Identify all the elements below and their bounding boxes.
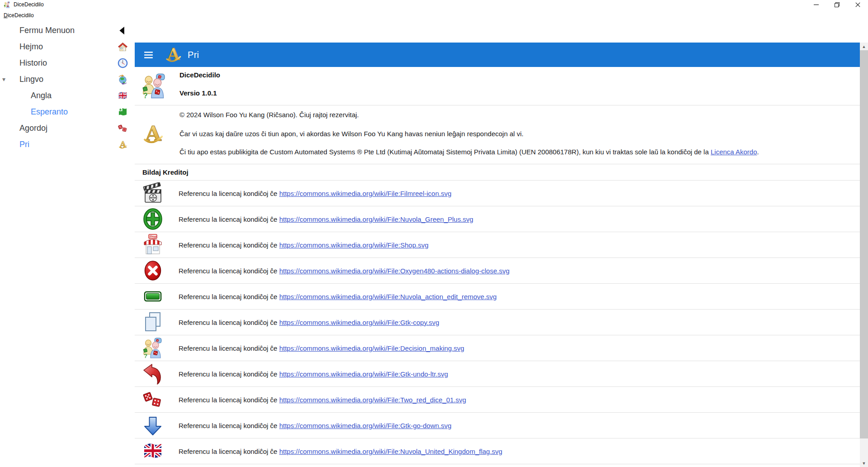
sidebar-item-label: Esperanto	[31, 107, 68, 117]
disclaimer-text: Ĉar vi uzas kaj daŭre uzos ĉi tiun apon,…	[179, 130, 524, 138]
home-icon	[116, 40, 129, 53]
svg-text:Shop: Shop	[149, 235, 156, 238]
app-header: A Pri	[135, 43, 860, 67]
sidebar-item-label: Hejmo	[19, 42, 43, 52]
window-controls	[806, 0, 868, 9]
sidebar-item[interactable]: ▾ Hejmo	[0, 38, 135, 55]
credit-link[interactable]: https://commons.wikimedia.org/wiki/File:…	[279, 241, 429, 249]
copy-pages-icon	[141, 310, 165, 334]
chevron-down-icon[interactable]: ▾	[2, 76, 5, 82]
credit-link[interactable]: https://commons.wikimedia.org/wiki/File:…	[279, 319, 439, 326]
credit-text-prefix: Referencu la licencaj kondiĉoj ĉe	[179, 267, 279, 275]
film-clapper-icon	[141, 181, 165, 205]
sidebar-item[interactable]: ▾ Pri A	[0, 136, 135, 152]
gold-a-logo: A	[164, 45, 183, 64]
credit-text-prefix: Referencu la licencaj kondiĉoj ĉe	[179, 190, 279, 197]
scrollbar-thumb[interactable]	[860, 50, 868, 438]
restore-button[interactable]	[826, 0, 847, 9]
sidebar-item[interactable]: ▾ Fermu Menuon	[0, 22, 135, 38]
vertical-scrollbar[interactable]: ▲ ▼	[860, 43, 868, 467]
red-close-icon	[141, 259, 165, 282]
red-dice-icon	[141, 388, 165, 411]
credit-link[interactable]: https://commons.wikimedia.org/wiki/File:…	[279, 344, 464, 352]
green-remove-icon	[141, 285, 165, 308]
history-clock-icon	[116, 56, 129, 70]
credit-text-prefix: Referencu la licencaj kondiĉoj ĉe	[179, 319, 279, 326]
scroll-down-icon[interactable]: ▼	[860, 459, 868, 467]
credit-link[interactable]: https://commons.wikimedia.org/wiki/File:…	[279, 422, 452, 429]
app-window-icon: ?	[4, 1, 10, 8]
sidebar-item-label: Angla	[31, 91, 52, 100]
esperanto-flag-icon	[141, 465, 165, 467]
minimize-button[interactable]	[806, 0, 826, 9]
credit-text: Referencu la licencaj kondiĉoj ĉe https:…	[179, 215, 473, 223]
credit-text-prefix: Referencu la licencaj kondiĉoj ĉe	[179, 215, 279, 223]
credit-text: Referencu la licencaj kondiĉoj ĉe https:…	[179, 319, 439, 326]
menu-dicedecidilo[interactable]: DiceDecidilo	[3, 12, 36, 21]
credit-link[interactable]: https://commons.wikimedia.org/wiki/File:…	[279, 267, 509, 275]
credit-text-prefix: Referencu la licencaj kondiĉoj ĉe	[179, 448, 279, 455]
credit-text-prefix: Referencu la licencaj kondiĉoj ĉe	[179, 344, 279, 352]
credit-row: Referencu la licencaj kondiĉoj ĉe https:…	[135, 386, 860, 412]
credit-row: Shop Referencu la licencaj kondiĉoj ĉe h…	[135, 232, 860, 257]
sidebar-item[interactable]: ▾ Agordoj	[0, 120, 135, 136]
restore-icon	[835, 2, 840, 7]
credit-link[interactable]: https://commons.wikimedia.org/wiki/File:…	[279, 190, 452, 197]
credit-row: Referencu la licencaj kondiĉoj ĉe https:…	[135, 180, 860, 206]
publisher-text-suffix: .	[757, 148, 759, 156]
credit-text: Referencu la licencaj kondiĉoj ĉe https:…	[179, 190, 452, 197]
titlebar: ? DiceDecidilo	[0, 0, 868, 9]
uk-flag-icon	[116, 89, 129, 102]
credit-row: Referencu la licencaj kondiĉoj ĉe https:…	[135, 257, 860, 283]
collapse-arrow-icon	[116, 24, 129, 37]
svg-text:?: ?	[144, 353, 147, 359]
sidebar-item[interactable]: ▾ Esperanto	[0, 104, 135, 120]
decision-making-icon: ?	[141, 73, 167, 101]
credit-link[interactable]: https://commons.wikimedia.org/wiki/File:…	[279, 448, 503, 455]
credit-text: Referencu la licencaj kondiĉoj ĉe https:…	[179, 267, 509, 275]
shop-icon: Shop	[141, 233, 165, 257]
credit-text: Referencu la licencaj kondiĉoj ĉe https:…	[179, 422, 452, 429]
sidebar-item-label: Fermu Menuon	[19, 26, 75, 35]
sidebar-item[interactable]: ▾ Angla	[0, 87, 135, 104]
credit-text-prefix: Referencu la licencaj kondiĉoj ĉe	[179, 396, 279, 404]
sidebar-item[interactable]: ▾ Historio	[0, 55, 135, 71]
legal-row: © 2024 Wilson Foo Yu Kang (Riĉsano). Ĉiu…	[135, 105, 860, 164]
sidebar: ▾ Fermu Menuon ▾ Hejmo ▾ Historio ▾ Ling…	[0, 21, 135, 467]
license-agreement-link[interactable]: Licenca Akordo	[711, 148, 757, 156]
sidebar-item-label: Historio	[19, 58, 47, 68]
credit-link[interactable]: https://commons.wikimedia.org/wiki/File:…	[279, 215, 473, 223]
credit-row: Referencu la licencaj kondiĉoj ĉe https:…	[135, 361, 860, 386]
hamburger-menu-icon[interactable]	[142, 49, 154, 61]
language-globe-icon	[116, 72, 129, 86]
app-version: Versio 1.0.1	[179, 89, 217, 97]
credit-link[interactable]: https://commons.wikimedia.org/wiki/File:…	[279, 370, 448, 378]
credit-link[interactable]: https://commons.wikimedia.org/wiki/File:…	[279, 396, 467, 404]
credits-heading: Bildaj Kreditoj	[135, 164, 860, 180]
app-name: DiceDecidilo	[179, 71, 220, 79]
credit-text: Referencu la licencaj kondiĉoj ĉe https:…	[179, 396, 466, 404]
credit-text: Referencu la licencaj kondiĉoj ĉe https:…	[179, 370, 448, 378]
credit-row: Referencu la licencaj kondiĉoj ĉe https:…	[135, 464, 860, 467]
credit-text-prefix: Referencu la licencaj kondiĉoj ĉe	[179, 293, 279, 300]
close-button[interactable]	[847, 0, 868, 9]
credit-row: Referencu la licencaj kondiĉoj ĉe https:…	[135, 309, 860, 335]
undo-arrow-icon	[141, 362, 165, 386]
credit-text: Referencu la licencaj kondiĉoj ĉe https:…	[179, 241, 429, 249]
credit-text: Referencu la licencaj kondiĉoj ĉe https:…	[179, 344, 464, 352]
publisher-text: Ĉi tiu apo estas publikigita de Custom A…	[179, 148, 759, 156]
about-app-row: ? DiceDecidilo Versio 1.0.1	[135, 67, 860, 105]
gold-a-icon: A	[116, 138, 129, 151]
main-panel: A Pri ? DiceDecidilo Versio 1.0.1 © 2024…	[135, 43, 860, 467]
credit-link[interactable]: https://commons.wikimedia.org/wiki/File:…	[279, 293, 497, 300]
sidebar-item[interactable]: ▾ Lingvo	[0, 71, 135, 87]
publisher-text-prefix: Ĉi tiu apo estas publikigita de Custom A…	[179, 148, 711, 156]
credit-text-prefix: Referencu la licencaj kondiĉoj ĉe	[179, 241, 279, 249]
credit-row: Referencu la licencaj kondiĉoj ĉe https:…	[135, 206, 860, 232]
credit-text: Referencu la licencaj kondiĉoj ĉe https:…	[179, 448, 502, 455]
scroll-up-icon[interactable]: ▲	[860, 43, 868, 50]
esperanto-flag-icon	[116, 105, 129, 119]
credit-text-prefix: Referencu la licencaj kondiĉoj ĉe	[179, 422, 279, 429]
sidebar-item-label: Pri	[19, 140, 29, 149]
uk-flag-icon	[141, 439, 165, 463]
